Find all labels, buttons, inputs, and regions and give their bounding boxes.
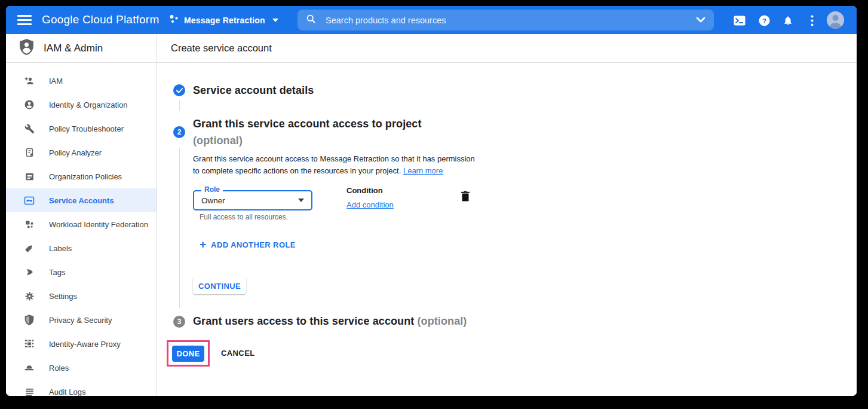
project-caret-icon — [272, 19, 278, 22]
sidebar-item-label: IAM — [49, 77, 63, 86]
sidebar-item-label: Labels — [49, 244, 72, 253]
step2-description: Grant this service account access to Mes… — [193, 153, 475, 177]
svg-text:?: ? — [762, 17, 766, 24]
sidebar-item-label: Organization Policies — [49, 172, 122, 181]
label-icon — [24, 243, 35, 254]
main-content: Create service account Service account d… — [157, 34, 857, 396]
project-icon — [168, 14, 179, 27]
step3-number-badge: 3 — [173, 316, 185, 328]
search-placeholder: Search products and resources — [326, 16, 696, 25]
notifications-icon[interactable] — [781, 14, 795, 27]
screenshot-frame: Google Cloud Platform Message Retraction… — [0, 0, 868, 409]
done-button[interactable]: DONE — [172, 346, 204, 362]
sidebar-item-label: Identity-Aware Proxy — [49, 340, 121, 349]
role-help-text: Full access to all resources. — [200, 213, 288, 221]
search-icon — [306, 14, 316, 26]
sidebar-item-audit-logs[interactable]: Audit Logs — [6, 380, 157, 396]
sidebar-item-identity-organization[interactable]: Identity & Organization — [6, 93, 157, 117]
page-title: Create service account — [171, 42, 272, 54]
continue-button[interactable]: CONTINUE — [193, 277, 246, 294]
sidebar-nav: IAM Identity & Organization Policy Troub… — [6, 63, 157, 396]
trash-icon[interactable] — [461, 191, 471, 202]
cancel-button[interactable]: CANCEL — [221, 349, 255, 358]
doc-list-icon — [24, 171, 35, 182]
step1-title: Service account details — [193, 84, 314, 97]
policy-doc-icon — [24, 147, 35, 158]
sidebar-item-label: Policy Analyzer — [49, 148, 102, 157]
stepper-connector — [179, 100, 180, 111]
sidebar-item-label: Policy Troubleshooter — [49, 124, 124, 133]
description-line1: Grant this service account access to Mes… — [193, 154, 475, 163]
role-dropdown-caret-icon — [298, 199, 304, 202]
step2-number-badge: 2 — [173, 126, 185, 138]
sidebar-item-label: Roles — [49, 364, 69, 373]
sidebar-item-tags[interactable]: Tags — [6, 260, 157, 284]
shield-icon — [24, 315, 35, 325]
sidebar-title: IAM & Admin — [44, 42, 103, 54]
app-window: Google Cloud Platform Message Retraction… — [6, 6, 857, 396]
step3-title: Grant users access to this service accou… — [193, 315, 467, 328]
page-header: Create service account — [157, 34, 857, 63]
sidebar-item-organization-policies[interactable]: Organization Policies — [6, 164, 157, 188]
stepper-connector — [179, 148, 180, 308]
sidebar-item-label: Identity & Organization — [49, 100, 128, 109]
account-circle-icon — [24, 99, 35, 110]
sidebar-item-labels[interactable]: Labels — [6, 236, 157, 260]
description-line2: to complete specific actions on the reso… — [193, 166, 401, 175]
add-another-role-button[interactable]: + ADD ANOTHER ROLE — [200, 239, 296, 250]
project-selector[interactable]: Message Retraction — [168, 12, 278, 29]
add-another-role-label: ADD ANOTHER ROLE — [211, 240, 296, 249]
sidebar-item-service-accounts[interactable]: Service Accounts — [6, 188, 157, 212]
cloud-shell-icon[interactable] — [733, 14, 746, 27]
service-account-icon — [24, 195, 35, 206]
check-circle-icon — [173, 84, 185, 96]
step2-title: Grant this service account access to pro… — [193, 118, 422, 130]
plus-icon: + — [200, 239, 206, 250]
sidebar-item-identity-aware-proxy[interactable]: Identity-Aware Proxy — [6, 332, 157, 356]
avatar[interactable] — [827, 11, 844, 29]
brand-title[interactable]: Google Cloud Platform — [42, 13, 159, 26]
search-input[interactable]: Search products and resources — [297, 10, 714, 30]
squares-icon — [24, 219, 35, 230]
role-selected-value: Owner — [201, 196, 298, 205]
step2-optional-label: (optional) — [193, 135, 243, 147]
sidebar-item-roles[interactable]: Roles — [6, 356, 157, 380]
sidebar-item-policy-analyzer[interactable]: Policy Analyzer — [6, 141, 157, 164]
iam-shield-icon — [19, 39, 34, 57]
person-add-icon — [24, 75, 35, 86]
sidebar-item-iam[interactable]: IAM — [6, 69, 157, 93]
hat-icon — [24, 362, 35, 373]
more-vertical-icon[interactable] — [805, 14, 818, 27]
help-icon[interactable]: ? — [757, 14, 771, 27]
add-condition-link[interactable]: Add condition — [346, 200, 394, 209]
iap-icon — [24, 338, 35, 349]
hamburger-icon[interactable] — [17, 15, 32, 26]
step3-optional-label: (optional) — [417, 315, 467, 327]
sidebar-item-label: Settings — [49, 292, 77, 301]
list-icon — [24, 386, 35, 396]
step3-title-text: Grant users access to this service accou… — [193, 315, 414, 327]
sidebar-item-workload-identity-federation[interactable]: Workload Identity Federation — [6, 212, 157, 236]
sidebar-item-label: Audit Logs — [49, 387, 85, 396]
sidebar-item-label: Service Accounts — [49, 196, 114, 205]
gear-icon — [24, 291, 35, 301]
sidebar-item-settings[interactable]: Settings — [6, 284, 157, 308]
role-field-label: Role — [201, 185, 223, 194]
sidebar-item-policy-troubleshooter[interactable]: Policy Troubleshooter — [6, 117, 157, 141]
tag-icon — [24, 267, 35, 277]
topbar: Google Cloud Platform Message Retraction… — [6, 6, 857, 34]
sidebar-header: IAM & Admin — [6, 34, 157, 63]
condition-label: Condition — [346, 186, 383, 195]
sidebar-item-privacy-security[interactable]: Privacy & Security — [6, 308, 157, 332]
sidebar: IAM & Admin IAM Identity & Organization … — [6, 34, 157, 396]
search-expand-chevron-icon[interactable] — [696, 15, 706, 26]
learn-more-link[interactable]: Learn more — [403, 166, 443, 175]
project-name: Message Retraction — [184, 16, 265, 25]
wrench-icon — [24, 123, 35, 134]
sidebar-item-label: Workload Identity Federation — [49, 220, 148, 229]
sidebar-item-label: Privacy & Security — [49, 316, 112, 325]
sidebar-item-label: Tags — [49, 268, 65, 277]
